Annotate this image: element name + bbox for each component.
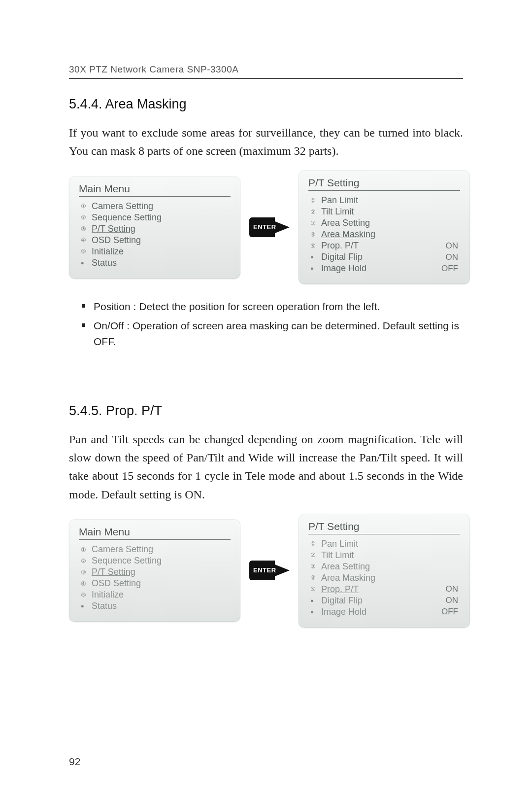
menu-item-label: Digital Flip (321, 596, 446, 606)
menu-item: ⑤Initialize (78, 246, 231, 257)
circled-number-icon: ⑤ (81, 592, 92, 598)
menu-item: ●Image HoldOFF (307, 606, 460, 618)
bullet-icon: ● (310, 598, 321, 603)
menu-item: ⑤Prop. P/TON (307, 584, 460, 595)
menu-item-label: Pan Limit (321, 539, 460, 549)
menu-item: ●Image HoldOFF (307, 263, 460, 274)
menu-title: P/T Setting (308, 521, 460, 534)
menu-item: ④OSD Setting (78, 235, 231, 246)
circled-number-icon: ③ (310, 220, 321, 226)
bullet-position: Position : Detect the position for scree… (94, 299, 463, 315)
menu-item-label: Prop. P/T (321, 241, 446, 251)
circled-number-icon: ② (310, 552, 321, 558)
menu-item: ●Digital FlipON (307, 595, 460, 606)
circled-number-icon: ④ (81, 581, 92, 587)
menu-item: ④OSD Setting (78, 578, 231, 589)
menu-item-value: OFF (441, 264, 460, 274)
circled-number-icon: ① (81, 547, 92, 553)
menu-item-label: Prop. P/T (321, 584, 446, 595)
menu-item-label: OSD Setting (92, 235, 231, 246)
menu-item-label: Initialize (92, 247, 231, 257)
circled-number-icon: ② (81, 214, 92, 220)
menu-item-label: Sequence Setting (92, 556, 231, 566)
main-menu-panel: Main Menu①Camera Setting②Sequence Settin… (69, 176, 240, 279)
menu-item-label: Sequence Setting (92, 212, 231, 223)
menu-item-label: Digital Flip (321, 252, 446, 262)
circled-number-icon: ② (81, 558, 92, 564)
menu-item: ●Digital FlipON (307, 251, 460, 263)
circled-number-icon: ④ (310, 232, 321, 238)
menu-item: ③Area Setting (307, 561, 460, 572)
heading-area-masking: 5.4.4. Area Masking (69, 97, 463, 112)
diagram-prop-pt: Main Menu①Camera Setting②Sequence Settin… (69, 514, 463, 628)
menu-item: ②Tilt Limit (307, 206, 460, 217)
enter-label: ENTER (253, 223, 276, 231)
document-page: 30X PTZ Network Camera SNP-3300A 5.4.4. … (0, 0, 532, 810)
menu-item-label: Area Masking (321, 573, 460, 583)
page-number: 92 (69, 756, 80, 768)
circled-number-icon: ⑤ (310, 586, 321, 592)
menu-item-value: ON (446, 584, 461, 594)
menu-item-label: P/T Setting (92, 567, 231, 577)
menu-item: ③P/T Setting (78, 223, 231, 235)
circled-number-icon: ③ (310, 563, 321, 569)
menu-item-label: Image Hold (321, 263, 441, 274)
menu-item-label: Camera Setting (92, 544, 231, 555)
menu-item-label: P/T Setting (92, 224, 231, 234)
menu-item: ①Pan Limit (307, 195, 460, 206)
menu-item-value: OFF (441, 607, 460, 617)
menu-item-value: ON (446, 241, 461, 251)
menu-item-label: Tilt Limit (321, 550, 460, 561)
running-header: 30X PTZ Network Camera SNP-3300A (69, 64, 463, 79)
circled-number-icon: ⑤ (81, 248, 92, 254)
menu-item: ⑤Prop. P/TON (307, 240, 460, 251)
bullet-icon: ● (310, 609, 321, 615)
menu-item-value: ON (446, 252, 461, 262)
menu-item: ④Area Masking (307, 572, 460, 584)
menu-item-label: Initialize (92, 590, 231, 600)
enter-arrow-icon: ENTER (249, 215, 290, 240)
pt-setting-panel: P/T Setting①Pan Limit②Tilt Limit③Area Se… (299, 170, 470, 284)
circled-number-icon: ① (310, 541, 321, 547)
paragraph-area-masking: If you want to exclude some areas for su… (69, 124, 463, 160)
menu-title: Main Menu (79, 183, 231, 197)
menu-item-label: Area Masking (321, 229, 460, 240)
pt-setting-panel-2: P/T Setting①Pan Limit②Tilt Limit③Area Se… (299, 514, 470, 628)
menu-item: ①Camera Setting (78, 201, 231, 212)
menu-item-label: Status (92, 601, 231, 611)
area-masking-bullets: Position : Detect the position for scree… (69, 299, 463, 350)
menu-item: ④Area Masking (307, 229, 460, 240)
circled-number-icon: ③ (81, 569, 92, 575)
enter-arrow-icon-2: ENTER (249, 558, 290, 583)
circled-number-icon: ④ (81, 237, 92, 243)
menu-item: ③P/T Setting (78, 566, 231, 578)
circled-number-icon: ⑤ (310, 243, 321, 249)
circled-number-icon: ② (310, 209, 321, 215)
bullet-icon: ● (81, 603, 92, 609)
menu-item: ②Sequence Setting (78, 212, 231, 223)
menu-title: Main Menu (79, 526, 231, 540)
main-menu-panel-2: Main Menu①Camera Setting②Sequence Settin… (69, 519, 240, 622)
circled-number-icon: ① (81, 203, 92, 209)
menu-item-label: Area Setting (321, 562, 460, 572)
menu-item: ⑤Initialize (78, 589, 231, 600)
bullet-icon: ● (310, 266, 321, 271)
menu-item: ②Tilt Limit (307, 550, 460, 561)
menu-item-label: Area Setting (321, 218, 460, 228)
menu-item: ①Camera Setting (78, 544, 231, 555)
menu-item-value: ON (446, 596, 461, 605)
menu-item: ①Pan Limit (307, 538, 460, 550)
enter-label-2: ENTER (253, 566, 276, 574)
diagram-area-masking: Main Menu①Camera Setting②Sequence Settin… (69, 170, 463, 284)
circled-number-icon: ④ (310, 575, 321, 581)
circled-number-icon: ① (310, 198, 321, 204)
menu-item-label: Image Hold (321, 607, 441, 617)
bullet-onoff: On/Off : Operation of screen area maskin… (94, 318, 463, 350)
menu-item-label: Status (92, 258, 231, 268)
menu-title: P/T Setting (308, 177, 460, 191)
menu-item-label: OSD Setting (92, 578, 231, 589)
menu-item: ●Status (78, 600, 231, 612)
menu-item-label: Pan Limit (321, 195, 460, 206)
circled-number-icon: ③ (81, 226, 92, 232)
menu-item: ②Sequence Setting (78, 555, 231, 566)
